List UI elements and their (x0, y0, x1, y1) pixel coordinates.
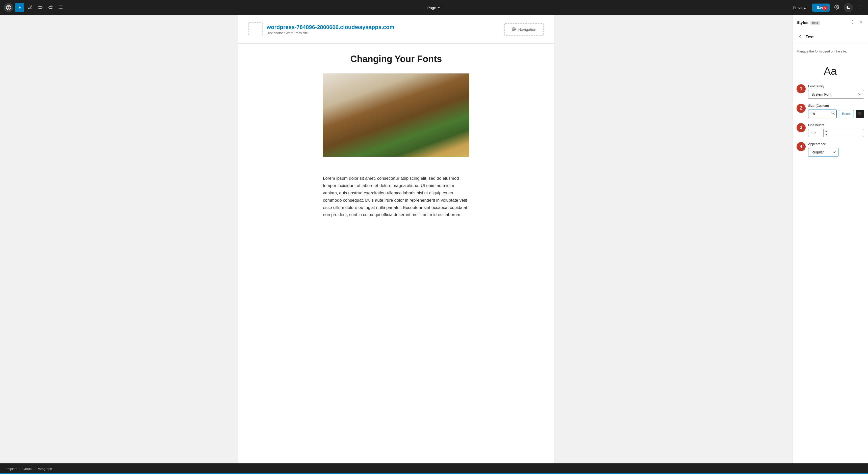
svg-rect-12 (416, 73, 441, 139)
size-options-button[interactable] (856, 110, 864, 118)
tools-button[interactable] (26, 3, 34, 12)
svg-point-35 (350, 121, 353, 124)
hero-image (323, 73, 469, 157)
page-label-text: Page (427, 5, 436, 10)
step-badge-4: 4 (797, 142, 806, 151)
svg-rect-29 (346, 130, 346, 139)
main-toolbar: + Page Preview Save 5 (0, 0, 868, 15)
appearance-select[interactable]: Regular Medium Bold Light Italic (808, 148, 838, 157)
more-options-button[interactable] (856, 3, 864, 12)
toolbar-center: Page (425, 4, 443, 11)
svg-rect-49 (323, 89, 331, 139)
svg-point-5 (860, 5, 861, 6)
line-height-input[interactable] (808, 129, 824, 137)
svg-rect-28 (343, 129, 361, 130)
svg-rect-44 (344, 123, 347, 135)
add-block-button[interactable]: + (15, 3, 24, 12)
svg-rect-22 (419, 113, 434, 130)
content-area: Changing Your Fonts (238, 44, 554, 229)
breadcrumb-sep-2: › (34, 467, 35, 471)
appearance-field-row: 4 Appearance Regular Medium Bold Light I… (797, 142, 864, 157)
svg-rect-11 (338, 73, 368, 139)
panel-body: Manage the fonts used on the site. Aa 1 … (793, 44, 868, 464)
appearance-label: Appearance (808, 142, 864, 146)
page-dropdown[interactable]: Page (425, 4, 443, 11)
site-logo-area: wordpress-784896-2800606.cloudwaysapps.c… (248, 22, 394, 36)
svg-rect-46 (331, 73, 339, 144)
list-view-button[interactable] (57, 3, 65, 12)
font-preview-area: Aa (797, 60, 864, 84)
font-family-select[interactable]: System Font Georgia Arial Times New Roma… (808, 90, 864, 99)
svg-rect-10 (323, 73, 469, 157)
redo-button[interactable] (46, 3, 55, 12)
svg-point-4 (836, 6, 837, 7)
site-title-link[interactable]: wordpress-784896-2800606.cloudwaysapps.c… (267, 24, 394, 30)
svg-point-34 (351, 122, 355, 125)
svg-point-50 (852, 21, 853, 21)
svg-rect-20 (397, 111, 428, 126)
notification-badge: 5 (823, 5, 828, 10)
svg-rect-36 (439, 119, 452, 136)
step-badge-2: 2 (797, 104, 806, 113)
back-button[interactable] (797, 34, 804, 40)
line-height-field: Line height ▲ ▼ (808, 123, 864, 137)
panel-more-button[interactable] (849, 19, 856, 27)
size-field-row: 2 Size (Custom) PX Reset (797, 104, 864, 118)
site-logo-placeholder[interactable] (248, 22, 262, 36)
svg-rect-25 (373, 133, 419, 135)
svg-rect-27 (415, 135, 416, 145)
panel-title-row: Styles Beta (797, 21, 820, 25)
breadcrumb-group[interactable]: Group (23, 467, 32, 471)
step-badge-3: 3 (797, 123, 806, 132)
svg-rect-21 (362, 113, 430, 121)
size-unit: PX (831, 112, 835, 116)
size-row: PX Reset (808, 109, 864, 118)
theme-toggle-button[interactable] (844, 3, 853, 12)
breadcrumb-template[interactable]: Template (4, 467, 18, 471)
svg-point-41 (443, 107, 453, 120)
reset-button[interactable]: Reset (839, 110, 854, 117)
panel-back-row: Text (793, 30, 868, 44)
site-header: wordpress-784896-2800606.cloudwaysapps.c… (238, 15, 554, 44)
font-family-field: Font family System Font Georgia Arial Ti… (808, 84, 864, 99)
font-family-label: Font family (808, 84, 864, 88)
spinner-buttons: ▲ ▼ (824, 129, 829, 137)
font-family-field-row: 1 Font family System Font Georgia Arial … (797, 84, 864, 99)
line-height-increment[interactable]: ▲ (824, 129, 829, 133)
section-title: Text (806, 35, 814, 39)
font-preview-text: Aa (824, 65, 837, 77)
svg-rect-19 (365, 111, 395, 126)
line-height-decrement[interactable]: ▼ (824, 133, 829, 137)
settings-button[interactable] (833, 3, 841, 12)
svg-rect-43 (345, 121, 366, 126)
svg-point-31 (350, 125, 354, 131)
main-area: wordpress-784896-2800606.cloudwaysapps.c… (0, 15, 868, 464)
preview-button[interactable]: Preview (790, 4, 809, 11)
site-tagline: Just another WordPress site (267, 31, 394, 35)
toolbar-left: + (4, 3, 65, 12)
panel-header-actions (849, 19, 864, 27)
canvas: wordpress-784896-2800606.cloudwaysapps.c… (0, 15, 792, 464)
navigation-block[interactable]: Navigation (504, 23, 544, 36)
svg-point-38 (438, 105, 445, 120)
site-info: wordpress-784896-2800606.cloudwaysapps.c… (267, 24, 394, 35)
line-height-spinner: ▲ ▼ (808, 129, 864, 137)
svg-rect-23 (373, 115, 387, 125)
line-height-field-row: 3 Line height ▲ ▼ (797, 123, 864, 137)
svg-point-40 (441, 105, 447, 117)
toolbar-right: Preview Save 5 (790, 3, 864, 12)
wp-logo[interactable] (4, 3, 13, 12)
svg-point-37 (433, 109, 443, 123)
size-label: Size (Custom) (808, 104, 864, 107)
panel-description: Manage the fonts used on the site. (797, 49, 864, 54)
save-wrapper: Save 5 (812, 3, 830, 11)
svg-rect-18 (428, 113, 434, 133)
undo-button[interactable] (36, 3, 44, 12)
breadcrumb-paragraph[interactable]: Paragraph (37, 467, 52, 471)
svg-rect-48 (414, 73, 420, 139)
beta-badge: Beta (810, 21, 820, 25)
svg-point-52 (852, 23, 853, 24)
page-heading: Changing Your Fonts (258, 54, 534, 64)
line-height-label: Line height (808, 123, 864, 127)
panel-close-button[interactable] (858, 19, 864, 27)
